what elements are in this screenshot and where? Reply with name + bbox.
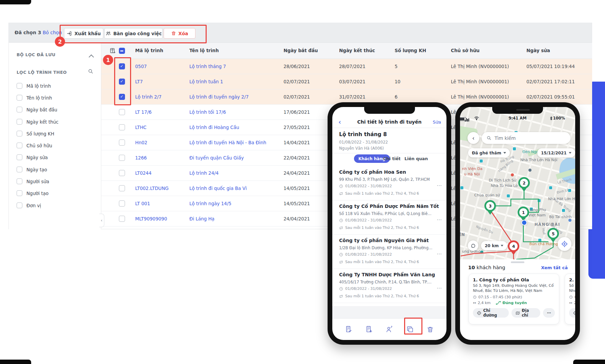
view-all-link[interactable]: Xem tất cả bbox=[541, 265, 568, 270]
filter-option-ten-lo-trinh[interactable]: Tên lộ trình bbox=[17, 95, 52, 101]
col-header-owner[interactable]: Chủ sở hữu bbox=[451, 48, 480, 53]
card-more-button[interactable]: ⋯ bbox=[543, 308, 555, 318]
checkbox[interactable] bbox=[17, 178, 22, 184]
customers-count: 10 khách hàng bbox=[468, 265, 505, 270]
filter-option-ma-lo-trinh[interactable]: Mã lộ trình bbox=[17, 83, 51, 89]
distance-icon: ↔ bbox=[569, 301, 572, 305]
col-header-modified[interactable]: Ngày sửa bbox=[526, 48, 550, 53]
row-checkbox[interactable] bbox=[119, 200, 125, 207]
sidebar-collapse-handle[interactable]: ‹ bbox=[99, 214, 104, 227]
checkbox[interactable] bbox=[17, 202, 22, 208]
customer-list-item[interactable]: Công ty Cổ Phần Dược Phẩm Năm Tốt Số 118… bbox=[332, 200, 446, 235]
checkbox[interactable] bbox=[17, 167, 22, 172]
col-header-end[interactable]: Ngày kết thúc bbox=[339, 48, 375, 53]
map-back-button[interactable]: ‹ bbox=[467, 132, 479, 144]
checkbox[interactable] bbox=[17, 95, 22, 101]
more-icon[interactable]: ⋯ bbox=[437, 183, 442, 189]
trash-icon bbox=[171, 31, 176, 36]
search-icon bbox=[486, 135, 492, 141]
frame-corner bbox=[0, 360, 31, 364]
address-button[interactable]: Địa chỉ bbox=[512, 308, 540, 318]
tab-chi-tiet[interactable]: Chi tiết bbox=[383, 156, 400, 161]
distance-chip[interactable]: 20 km bbox=[481, 241, 507, 250]
tab-lien-quan[interactable]: Liên quan bbox=[404, 156, 428, 161]
checkbox[interactable] bbox=[17, 131, 22, 136]
customer-list-item[interactable]: Công ty cổ phần Nguyên Gia Phát 1/2B Đại… bbox=[332, 235, 446, 269]
phone1-screen: ‹ Chi tiết lộ trình đi tuyến Sửa Lộ trìn… bbox=[332, 107, 446, 340]
row-checkbox[interactable] bbox=[119, 216, 125, 222]
table-row[interactable]: LT7Lộ trình tuần 1 02/07/202103/07/2021 … bbox=[101, 74, 592, 89]
filter-option-chu-so-huu[interactable]: Chủ sở hữu bbox=[17, 143, 52, 148]
refresh-button[interactable] bbox=[468, 240, 478, 251]
customer-list-item[interactable]: Công Ty TNHH Dược Phẩm Văn Lang 405/16/1… bbox=[332, 269, 446, 303]
locate-button[interactable] bbox=[558, 237, 571, 251]
map-view[interactable]: Đèn Ngọc Nhà Thờ Lớn Hà Nội nh Viện Da u… bbox=[460, 107, 575, 259]
customer-card-partial[interactable]: 2. Cô Số 3,Nhuế, 07 ↔2,4 bbox=[565, 274, 575, 324]
checkbox[interactable] bbox=[17, 143, 22, 148]
filter-option-don-vi[interactable]: Đơn vị bbox=[17, 202, 41, 208]
row-checkbox[interactable] bbox=[119, 155, 125, 161]
map-search-input[interactable]: Tìm kiếm bbox=[482, 132, 570, 144]
col-header-code[interactable]: Mã lộ trình bbox=[135, 48, 163, 53]
delete-label: Xóa bbox=[179, 31, 188, 36]
col-header-name[interactable]: Tên lộ trình bbox=[189, 48, 219, 53]
directions-button[interactable]: Chỉ đường bbox=[473, 308, 509, 318]
col-header-qty[interactable]: Số lượng KH bbox=[395, 48, 426, 53]
delete-button[interactable]: Xóa bbox=[164, 28, 195, 39]
building-plus-icon[interactable] bbox=[365, 325, 373, 333]
row-checkbox[interactable] bbox=[119, 63, 125, 69]
battery-percent: 100% bbox=[553, 116, 565, 121]
checkbox[interactable] bbox=[17, 119, 22, 125]
filter-option-ngay-bat-dau[interactable]: Ngày bắt đầu bbox=[17, 107, 57, 112]
map-pin-2[interactable]: 2 bbox=[518, 177, 530, 189]
collapse-chevron-icon[interactable] bbox=[89, 54, 93, 60]
row-checkbox[interactable] bbox=[119, 94, 125, 100]
route-owner: Nguyễn Văn Hà (A006) bbox=[339, 146, 384, 151]
duplicate-icon[interactable] bbox=[406, 325, 414, 333]
battery-icon bbox=[460, 117, 466, 121]
date-filter-chip[interactable]: 15/12/2021 bbox=[537, 148, 575, 157]
filter-option-ngay-tao[interactable]: Ngày tạo bbox=[17, 167, 47, 172]
map-pin-5[interactable]: 5 bbox=[547, 228, 559, 239]
route-dates: 01/08/2022 - 31/08/2022 bbox=[339, 140, 388, 145]
table-row[interactable]: 0507Lộ trình tháng 7 28/06/202128/07/202… bbox=[101, 59, 592, 74]
trash-icon[interactable] bbox=[426, 326, 434, 333]
table-columns-icon[interactable] bbox=[109, 47, 116, 54]
filter-option-ngay-sua[interactable]: Ngày sửa bbox=[17, 154, 48, 160]
sheet-drag-handle[interactable] bbox=[511, 261, 524, 263]
col-header-start[interactable]: Ngày bắt đầu bbox=[284, 48, 318, 53]
row-checkbox[interactable] bbox=[119, 109, 125, 115]
export-button[interactable]: Xuất khẩu bbox=[64, 28, 103, 39]
checkbox[interactable] bbox=[17, 83, 22, 89]
handover-button[interactable]: Bàn giao công việc bbox=[104, 28, 163, 39]
visited-filter-chip[interactable]: Đã ghé thăm bbox=[468, 148, 510, 157]
more-icon[interactable]: ⋯ bbox=[437, 251, 442, 257]
checkbox[interactable] bbox=[17, 154, 22, 160]
deselect-link[interactable]: Bỏ chọn bbox=[43, 30, 62, 35]
filter-option-nguoi-sua[interactable]: Người sửa bbox=[17, 178, 49, 184]
checkbox[interactable] bbox=[17, 190, 22, 196]
row-checkbox[interactable] bbox=[119, 185, 125, 191]
customer-card[interactable]: 1. Công ty cổ phần Ola Số 3, Ngõ 149, Đư… bbox=[468, 274, 559, 324]
row-checkbox[interactable] bbox=[119, 140, 125, 146]
filter-option-ngay-ket-thuc[interactable]: Ngày kết thúc bbox=[17, 119, 59, 125]
map-pin-1[interactable]: 1 bbox=[518, 207, 529, 218]
filter-option-nguoi-tao[interactable]: Người tạo bbox=[17, 190, 48, 196]
more-icon[interactable]: ⋯ bbox=[437, 285, 442, 291]
edit-link[interactable]: Sửa bbox=[433, 120, 441, 125]
select-all-checkbox[interactable] bbox=[119, 48, 125, 54]
row-checkbox[interactable] bbox=[119, 170, 125, 176]
checkbox[interactable] bbox=[17, 107, 22, 112]
person-share-icon[interactable] bbox=[385, 325, 393, 333]
directions-button[interactable] bbox=[569, 308, 575, 318]
building-check-icon[interactable] bbox=[345, 325, 353, 333]
search-icon[interactable] bbox=[88, 68, 93, 74]
row-checkbox[interactable] bbox=[119, 79, 125, 85]
row-checkbox[interactable] bbox=[119, 124, 125, 130]
map-pin-3[interactable]: 3 bbox=[484, 200, 496, 212]
map-pin-4[interactable]: 4 bbox=[508, 240, 519, 252]
filter-option-so-luong-kh[interactable]: Số lượng KH bbox=[17, 131, 54, 136]
phone1-action-bar bbox=[332, 318, 446, 340]
customer-list-item[interactable]: Công ty cổ phần Hoa Sen 99 Khu Phố 3, P.… bbox=[332, 166, 446, 200]
more-icon[interactable]: ⋯ bbox=[437, 217, 442, 223]
